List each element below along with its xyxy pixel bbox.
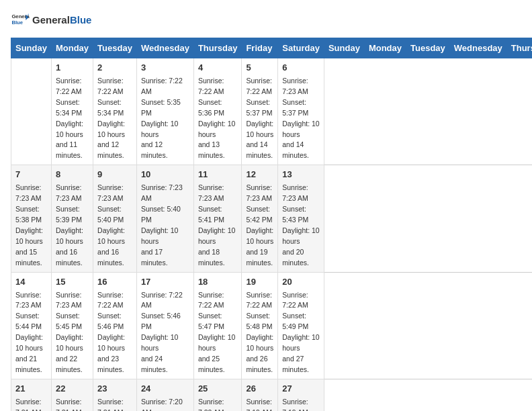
header-day-wednesday: Wednesday (449, 38, 506, 58)
calendar-cell: 26Sunrise: 7:19 AMSunset: 5:54 PMDayligh… (242, 379, 278, 411)
svg-text:Blue: Blue (11, 19, 23, 26)
calendar-table: SundayMondayTuesdayWednesdayThursdayFrid… (11, 38, 532, 411)
day-info: Sunrise: 7:23 AMSunset: 5:43 PMDaylight:… (282, 183, 319, 267)
day-number: 4 (198, 62, 238, 75)
logo: General Blue GeneralBlue (11, 11, 91, 30)
day-info: Sunrise: 7:23 AMSunset: 5:45 PMDaylight:… (56, 291, 83, 374)
day-info: Sunrise: 7:23 AMSunset: 5:37 PMDaylight:… (282, 77, 319, 160)
day-number: 9 (97, 169, 132, 181)
day-number: 5 (246, 62, 273, 75)
logo-general: General (32, 14, 70, 26)
day-number: 12 (246, 169, 273, 181)
day-number: 21 (15, 383, 47, 396)
day-number: 23 (97, 383, 132, 396)
calendar-cell: 17Sunrise: 7:22 AMSunset: 5:46 PMDayligh… (136, 272, 193, 379)
day-info: Sunrise: 7:22 AMSunset: 5:34 PMDaylight:… (56, 77, 83, 160)
calendar-week-row: 1Sunrise: 7:22 AMSunset: 5:34 PMDaylight… (11, 58, 533, 165)
day-info: Sunrise: 7:23 AMSunset: 5:40 PMDaylight:… (141, 183, 183, 267)
calendar-week-row: 7Sunrise: 7:23 AMSunset: 5:38 PMDaylight… (11, 165, 533, 272)
day-info: Sunrise: 7:23 AMSunset: 5:39 PMDaylight:… (56, 183, 83, 267)
day-number: 10 (141, 169, 189, 181)
day-info: Sunrise: 7:22 AMSunset: 5:48 PMDaylight:… (246, 291, 273, 374)
day-number: 20 (282, 276, 320, 289)
day-info: Sunrise: 7:23 AMSunset: 5:44 PMDaylight:… (15, 291, 43, 374)
day-number: 17 (141, 276, 189, 289)
day-number: 22 (56, 383, 89, 396)
calendar-cell: 10Sunrise: 7:23 AMSunset: 5:40 PMDayligh… (136, 165, 193, 272)
calendar-cell: 1Sunrise: 7:22 AMSunset: 5:34 PMDaylight… (51, 58, 93, 165)
header-day-monday: Monday (364, 38, 406, 58)
calendar-cell: 11Sunrise: 7:23 AMSunset: 5:41 PMDayligh… (193, 165, 242, 272)
day-number: 27 (282, 383, 320, 396)
logo-blue: Blue (70, 14, 92, 26)
day-info: Sunrise: 7:22 AMSunset: 5:37 PMDaylight:… (246, 77, 273, 160)
day-number: 11 (198, 169, 238, 181)
day-info: Sunrise: 7:22 AMSunset: 5:34 PMDaylight:… (97, 77, 125, 160)
day-info: Sunrise: 7:22 AMSunset: 5:46 PMDaylight:… (97, 291, 125, 374)
calendar-week-row: 14Sunrise: 7:23 AMSunset: 5:44 PMDayligh… (11, 272, 533, 379)
day-number: 6 (282, 62, 320, 75)
header-tuesday: Tuesday (93, 38, 137, 58)
calendar-header-row: SundayMondayTuesdayWednesdayThursdayFrid… (11, 38, 533, 58)
calendar-cell: 23Sunrise: 7:21 AMSunset: 5:52 PMDayligh… (93, 379, 137, 411)
day-info: Sunrise: 7:23 AMSunset: 5:41 PMDaylight:… (198, 183, 235, 267)
header-monday: Monday (51, 38, 93, 58)
calendar-cell: 19Sunrise: 7:22 AMSunset: 5:48 PMDayligh… (242, 272, 278, 379)
day-number: 25 (198, 383, 238, 396)
calendar-cell: 7Sunrise: 7:23 AMSunset: 5:38 PMDaylight… (11, 165, 52, 272)
day-info: Sunrise: 7:22 AMSunset: 5:46 PMDaylight:… (141, 291, 183, 374)
calendar-cell: 9Sunrise: 7:23 AMSunset: 5:40 PMDaylight… (93, 165, 137, 272)
header-sunday: Sunday (11, 38, 52, 58)
calendar-cell: 22Sunrise: 7:21 AMSunset: 5:51 PMDayligh… (51, 379, 93, 411)
day-number: 3 (141, 62, 189, 75)
header-friday: Friday (242, 38, 278, 58)
header-day-tuesday: Tuesday (406, 38, 450, 58)
calendar-week-row: 21Sunrise: 7:21 AMSunset: 5:50 PMDayligh… (11, 379, 533, 411)
day-info: Sunrise: 7:20 AMSunset: 5:53 PMDaylight:… (198, 398, 235, 411)
day-info: Sunrise: 7:22 AMSunset: 5:47 PMDaylight:… (198, 291, 235, 374)
calendar-cell: 6Sunrise: 7:23 AMSunset: 5:37 PMDaylight… (278, 58, 324, 165)
calendar-cell: 5Sunrise: 7:22 AMSunset: 5:37 PMDaylight… (242, 58, 278, 165)
day-number: 15 (56, 276, 89, 289)
calendar-cell: 16Sunrise: 7:22 AMSunset: 5:46 PMDayligh… (93, 272, 137, 379)
day-number: 19 (246, 276, 273, 289)
day-number: 26 (246, 383, 273, 396)
header-saturday: Saturday (278, 38, 324, 58)
page-header: General Blue GeneralBlue (11, 11, 521, 30)
calendar-cell: 27Sunrise: 7:19 AMSunset: 5:55 PMDayligh… (278, 379, 324, 411)
day-info: Sunrise: 7:21 AMSunset: 5:51 PMDaylight:… (56, 398, 83, 411)
day-info: Sunrise: 7:19 AMSunset: 5:55 PMDaylight:… (282, 398, 319, 411)
calendar-cell: 8Sunrise: 7:23 AMSunset: 5:39 PMDaylight… (51, 165, 93, 272)
day-info: Sunrise: 7:21 AMSunset: 5:50 PMDaylight:… (15, 398, 43, 411)
day-info: Sunrise: 7:20 AMSunset: 5:53 PMDaylight:… (141, 398, 183, 411)
day-number: 13 (282, 169, 320, 181)
calendar-cell: 13Sunrise: 7:23 AMSunset: 5:43 PMDayligh… (278, 165, 324, 272)
header-thursday: Thursday (193, 38, 242, 58)
header-wednesday: Wednesday (136, 38, 193, 58)
calendar-cell: 18Sunrise: 7:22 AMSunset: 5:47 PMDayligh… (193, 272, 242, 379)
day-number: 8 (56, 169, 89, 181)
logo-icon: General Blue (11, 11, 30, 30)
day-number: 2 (97, 62, 132, 75)
day-info: Sunrise: 7:23 AMSunset: 5:40 PMDaylight:… (97, 183, 125, 267)
day-info: Sunrise: 7:22 AMSunset: 5:35 PMDaylight:… (141, 77, 183, 160)
calendar-cell: 3Sunrise: 7:22 AMSunset: 5:35 PMDaylight… (136, 58, 193, 165)
header-day-thursday: Thursday (506, 38, 532, 58)
day-number: 7 (15, 169, 47, 181)
calendar-cell: 21Sunrise: 7:21 AMSunset: 5:50 PMDayligh… (11, 379, 52, 411)
calendar-cell: 15Sunrise: 7:23 AMSunset: 5:45 PMDayligh… (51, 272, 93, 379)
calendar-cell: 14Sunrise: 7:23 AMSunset: 5:44 PMDayligh… (11, 272, 52, 379)
day-number: 24 (141, 383, 189, 396)
calendar-cell: 12Sunrise: 7:23 AMSunset: 5:42 PMDayligh… (242, 165, 278, 272)
day-info: Sunrise: 7:21 AMSunset: 5:52 PMDaylight:… (97, 398, 125, 411)
day-info: Sunrise: 7:23 AMSunset: 5:38 PMDaylight:… (15, 183, 43, 267)
day-number: 18 (198, 276, 238, 289)
calendar-cell: 24Sunrise: 7:20 AMSunset: 5:53 PMDayligh… (136, 379, 193, 411)
calendar-cell (11, 58, 52, 165)
day-number: 16 (97, 276, 132, 289)
calendar-cell: 20Sunrise: 7:22 AMSunset: 5:49 PMDayligh… (278, 272, 324, 379)
calendar-cell: 25Sunrise: 7:20 AMSunset: 5:53 PMDayligh… (193, 379, 242, 411)
day-info: Sunrise: 7:22 AMSunset: 5:49 PMDaylight:… (282, 291, 319, 374)
day-info: Sunrise: 7:22 AMSunset: 5:36 PMDaylight:… (198, 77, 235, 160)
header-day-sunday: Sunday (324, 38, 364, 58)
